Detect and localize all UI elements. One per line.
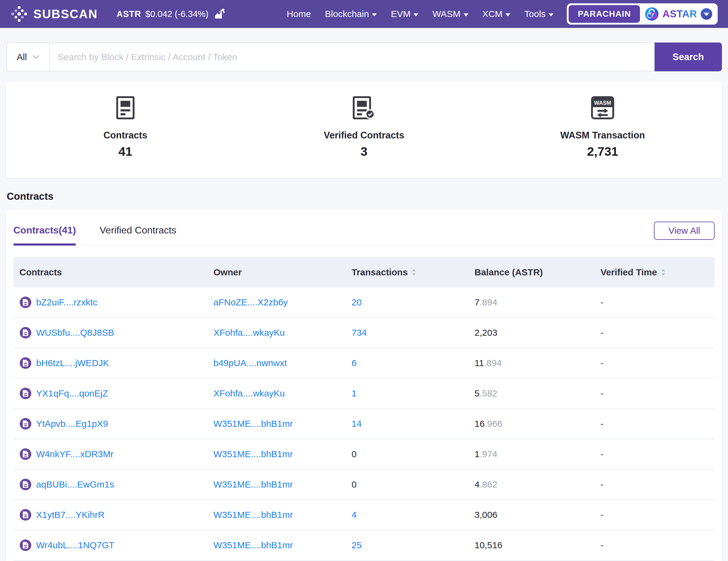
contract-cell: bH6tzL....jWEDJK (13, 357, 207, 369)
contract-badge-icon (19, 327, 32, 339)
search-filter-dropdown[interactable]: All (7, 43, 50, 71)
token-symbol: ASTR (117, 9, 141, 19)
column-header-transactions: Transactions (345, 267, 468, 277)
contract-badge-icon (19, 296, 32, 308)
transactions-link[interactable]: 25 (352, 540, 362, 550)
view-all-button[interactable]: View All (654, 222, 715, 240)
contract-link[interactable]: bH6tzL....jWEDJK (36, 358, 109, 368)
top-navbar: SUBSCAN ASTR $0.042 (-6.34%) Home Blockc… (0, 0, 728, 28)
astar-logo (645, 7, 659, 21)
verified-time-cell: - (594, 419, 715, 429)
owner-cell: W351ME....bhB1mr (207, 449, 345, 459)
token-price-change: $0.042 (-6.34%) (145, 9, 209, 19)
contract-badge-icon (19, 357, 32, 369)
tab-verified-contracts[interactable]: Verified Contracts (100, 225, 176, 245)
nav-link-xcm[interactable]: XCM (482, 9, 511, 19)
contract-cell: bZ2uiF....rzxktc (13, 296, 207, 308)
verified-time-cell: - (594, 449, 715, 459)
contract-badge-icon (19, 478, 32, 491)
chevron-down-icon (32, 55, 39, 59)
contracts-card: View All Contracts(41) Verified Contract… (6, 209, 722, 561)
transactions-link[interactable]: 1 (352, 388, 357, 399)
stat-label: Verified Contracts (324, 130, 404, 141)
nav-link-evm[interactable]: EVM (391, 9, 418, 19)
balance-cell: 7.894 (468, 297, 594, 308)
owner-link[interactable]: W351ME....bhB1mr (213, 510, 293, 520)
transactions-cell: 20 (345, 297, 468, 308)
nav-link-blockchain[interactable]: Blockchain (325, 9, 377, 19)
subscan-brand[interactable]: SUBSCAN (10, 5, 98, 23)
chevron-down-icon (505, 13, 510, 16)
column-header-verified-time: Verified Time (594, 267, 715, 277)
verified-time-cell: - (594, 358, 715, 368)
transactions-value: 0 (352, 449, 357, 459)
contract-cell: aqBUBi....EwGm1s (13, 478, 207, 491)
owner-link[interactable]: W351ME....bhB1mr (213, 540, 293, 550)
price-chart-icon[interactable] (214, 9, 226, 19)
transactions-link[interactable]: 20 (352, 297, 362, 308)
contract-link[interactable]: aqBUBi....EwGm1s (36, 479, 114, 490)
stat-label: WASM Transaction (560, 130, 645, 141)
sort-icon[interactable] (661, 268, 666, 277)
table-row: X1ytB7....YKihrR W351ME....bhB1mr 4 3,00… (13, 500, 715, 530)
contract-badge-icon (19, 418, 32, 430)
transactions-link[interactable]: 4 (352, 510, 357, 520)
verified-time-cell: - (594, 297, 715, 308)
contract-link[interactable]: bZ2uiF....rzxktc (36, 297, 97, 308)
table-body: bZ2uiF....rzxktc aFNoZE....X2zb6y 20 7.8… (13, 287, 715, 561)
chevron-down-icon (413, 13, 418, 16)
transactions-value: 0 (352, 479, 357, 490)
contract-link[interactable]: YtApvb....Eg1pX9 (36, 419, 108, 429)
contract-link[interactable]: Wr4ubL....1NQ7GT (36, 540, 114, 550)
transactions-link[interactable]: 6 (352, 358, 357, 368)
page-title: Contracts (7, 191, 728, 202)
stat-value: 2,731 (587, 145, 618, 159)
owner-link[interactable]: W351ME....bhB1mr (213, 449, 293, 459)
parachain-button[interactable]: PARACHAIN (569, 5, 640, 23)
owner-link[interactable]: aFNoZE....X2zb6y (213, 297, 288, 308)
search-box: All (6, 43, 655, 71)
column-header-balance: Balance (ASTR) (468, 267, 594, 277)
network-chevron-down-icon (701, 8, 712, 20)
svg-text:WASM: WASM (594, 100, 611, 106)
transactions-link[interactable]: 734 (352, 328, 367, 338)
contract-link[interactable]: WUSbfu....Q8J8SB (36, 328, 114, 338)
transactions-cell: 25 (345, 540, 468, 550)
search-input[interactable] (50, 43, 655, 71)
tab-contracts[interactable]: Contracts(41) (13, 225, 76, 245)
owner-link[interactable]: W351ME....bhB1mr (213, 479, 293, 490)
owner-link[interactable]: XFohfa....wkayKu (213, 328, 285, 338)
nav-link-tools[interactable]: Tools (524, 9, 553, 19)
contract-link[interactable]: YX1qFq....qonEjZ (36, 388, 108, 399)
nav-link-home[interactable]: Home (287, 9, 311, 19)
chevron-down-icon (372, 13, 377, 16)
chevron-down-icon (549, 13, 553, 16)
balance-cell: 16.966 (468, 419, 594, 429)
contract-badge-icon (19, 509, 32, 521)
balance-cell: 3,006 (468, 510, 594, 520)
owner-link[interactable]: W351ME....bhB1mr (213, 419, 293, 429)
contract-link[interactable]: W4nkYF....xDR3Mr (36, 449, 114, 459)
sort-icon[interactable] (411, 268, 417, 277)
stat-label: Contracts (104, 130, 148, 141)
tabs: Contracts(41) Verified Contracts (13, 209, 715, 246)
search-button[interactable]: Search (655, 43, 722, 71)
contract-cell: YX1qFq....qonEjZ (13, 387, 207, 399)
transactions-cell: 0 (345, 479, 468, 490)
owner-link[interactable]: XFohfa....wkayKu (213, 388, 285, 399)
contract-link[interactable]: X1ytB7....YKihrR (36, 510, 104, 520)
network-name: ASTAR (662, 8, 697, 20)
nav-link-wasm[interactable]: WASM (432, 9, 468, 19)
balance-cell: 5.582 (468, 388, 594, 399)
network-dropdown[interactable]: ASTAR (640, 7, 716, 21)
stat-wasm-transaction: WASM WASM Transaction 2,731 (483, 81, 722, 178)
transactions-cell: 734 (345, 328, 468, 338)
stat-contracts: Contracts 41 (6, 81, 245, 178)
contract-cell: WUSbfu....Q8J8SB (13, 327, 207, 339)
table-row: W4nkYF....xDR3Mr W351ME....bhB1mr 0 1.97… (13, 439, 715, 470)
verified-time-cell: - (594, 328, 715, 338)
owner-link[interactable]: b49pUA....nwnwxt (213, 358, 287, 368)
transactions-cell: 0 (345, 449, 468, 459)
verified-time-cell: - (594, 510, 715, 520)
transactions-link[interactable]: 14 (352, 419, 362, 429)
